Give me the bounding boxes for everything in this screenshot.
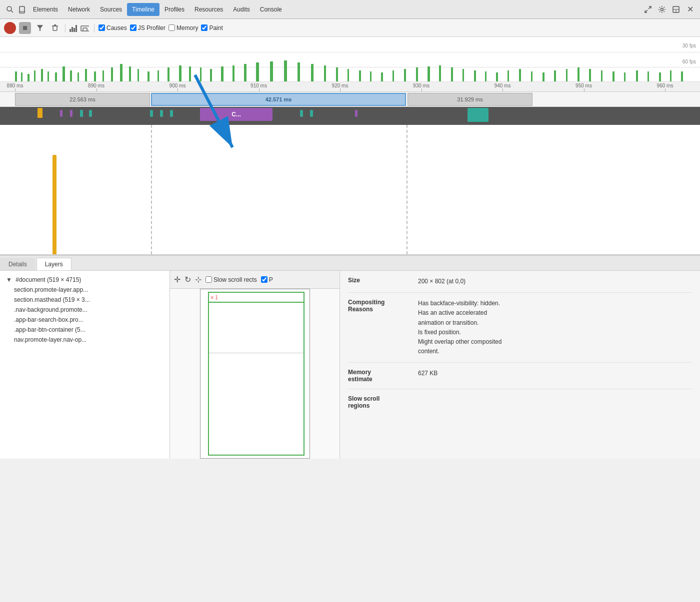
frame-block-1[interactable]: 22.563 ms (15, 93, 150, 106)
frame-block-2[interactable]: 42.571 ms (151, 93, 406, 106)
layer-viz-content[interactable]: ≡ 1 (170, 289, 340, 459)
menu-item-elements[interactable]: Elements (28, 3, 63, 16)
dashed-line-1 (151, 125, 152, 254)
layer-visualization: ✛ ↻ ⊹ Slow scroll rects P ≡ 1 (170, 271, 340, 459)
event-green-6[interactable] (300, 110, 303, 117)
events-area[interactable] (0, 125, 700, 255)
event-green-4[interactable] (160, 110, 163, 117)
menu-item-timeline[interactable]: Timeline (127, 3, 160, 16)
fps-bar (179, 65, 182, 81)
info-panel: Size 200 × 802 (at 0,0) Compositing Reas… (340, 271, 700, 459)
layer-item[interactable]: section.masthead (519 × 3... (0, 295, 170, 305)
fps-bar (34, 70, 36, 81)
fps-bar (462, 69, 464, 81)
fps-bar (28, 74, 30, 81)
pan-icon[interactable]: ✛ (174, 275, 180, 284)
time-mark-3: 910 ms (250, 83, 267, 88)
size-value: 200 × 802 (at 0,0) (418, 277, 692, 286)
fps-bar (85, 69, 87, 81)
layer-item[interactable]: .nav-background.promote... (0, 305, 170, 315)
menu-item-resources[interactable]: Resources (190, 3, 228, 16)
toolbar: Causes JS Profiler Memory Paint (0, 19, 700, 37)
menu-item-audits[interactable]: Audits (228, 3, 254, 16)
event-green-3[interactable] (150, 110, 153, 117)
event-green-1[interactable] (80, 110, 83, 117)
fps-bar (508, 70, 509, 81)
fps-bar (298, 62, 300, 81)
layer-item[interactable]: .app-bar-btn-container (5... (0, 325, 170, 335)
time-mark-0: 880 ms (7, 83, 24, 88)
time-mark-7: 950 ms (576, 83, 592, 88)
fps-bar (200, 67, 202, 81)
dock-icon[interactable] (671, 4, 681, 14)
trash-icon[interactable] (50, 23, 60, 33)
fps-bar (496, 72, 498, 81)
event-c-block[interactable]: C... (200, 108, 272, 121)
time-ruler[interactable]: 880 ms890 ms900 ms910 ms920 ms930 ms940 … (0, 82, 700, 92)
layer-root[interactable]: ▼ #document (519 × 4715) (0, 275, 170, 285)
flame-chart-button[interactable] (80, 24, 90, 32)
menu-item-network[interactable]: Network (63, 3, 95, 16)
fps-bar (392, 70, 394, 81)
tab-details[interactable]: Details (0, 258, 36, 270)
frame-block-3[interactable]: 31.929 ms (408, 93, 532, 106)
move-icon[interactable]: ⊹ (195, 275, 202, 284)
paints-checkbox[interactable]: P (261, 276, 273, 283)
fps-ruler[interactable]: 30 fps 60 fps (0, 37, 700, 82)
fps-bar (210, 69, 212, 81)
time-mark-5: 930 ms (413, 83, 430, 88)
dark-band[interactable]: C... (0, 107, 700, 125)
expand-icon[interactable] (643, 4, 653, 14)
svg-marker-11 (37, 25, 43, 31)
search-icon[interactable] (5, 4, 15, 14)
right-icons: ✕ (642, 4, 696, 14)
layer-item[interactable]: nav.promote-layer.nav-op... (0, 335, 170, 345)
fps-bar (636, 70, 638, 81)
filter-icon[interactable] (35, 23, 45, 33)
fps-bar (311, 64, 314, 81)
causes-checkbox[interactable]: Causes (98, 24, 127, 31)
bar-chart-button[interactable] (70, 24, 77, 32)
bottom-panel: Details Layers ▼ #document (519 × 4715) … (0, 255, 700, 459)
js-profiler-checkbox[interactable]: JS Profiler (130, 24, 166, 31)
fps-bar (270, 61, 273, 81)
event-green-5[interactable] (170, 110, 173, 117)
paint-checkbox[interactable]: Paint (201, 24, 222, 31)
layer-children: section.promote-layer.app...section.mast… (0, 285, 170, 345)
menu-bar: ElementsNetworkSourcesTimelineProfilesRe… (0, 0, 700, 19)
menu-item-console[interactable]: Console (255, 3, 287, 16)
menu-item-sources[interactable]: Sources (95, 3, 127, 16)
event-green-7[interactable] (310, 110, 313, 117)
time-mark-6: 940 ms (494, 83, 511, 88)
frame-blocks-row[interactable]: 22.563 ms 42.571 ms 31.929 ms (0, 92, 700, 107)
memory-checkbox[interactable]: Memory (168, 24, 198, 31)
device-icon[interactable] (17, 4, 27, 14)
menu-item-profiles[interactable]: Profiles (160, 3, 190, 16)
layer-item[interactable]: section.promote-layer.app... (0, 285, 170, 295)
layer-viz-toolbar: ✛ ↻ ⊹ Slow scroll rects P (170, 271, 340, 289)
event-purple-2[interactable] (70, 110, 72, 117)
fps-bar (648, 71, 649, 81)
event-yellow[interactable] (38, 108, 42, 118)
slow-scroll-value (418, 395, 692, 409)
fps-bar (138, 69, 139, 81)
fps-bar (102, 70, 104, 81)
fps-bar (474, 70, 476, 81)
record-button[interactable] (4, 22, 16, 34)
event-green-block[interactable] (468, 108, 488, 122)
gear-icon[interactable] (657, 4, 667, 14)
svg-point-0 (7, 6, 12, 11)
event-purple-1[interactable] (60, 110, 62, 117)
rotate-icon[interactable]: ↻ (184, 275, 191, 284)
fps-bar (681, 71, 683, 81)
slow-scroll-checkbox[interactable]: Slow scroll rects (206, 276, 257, 283)
fps-bar (370, 71, 372, 81)
tab-layers[interactable]: Layers (36, 258, 72, 270)
event-green-2[interactable] (89, 110, 92, 117)
event-purple-3[interactable] (355, 110, 358, 117)
close-icon[interactable]: ✕ (685, 4, 695, 14)
stop-button[interactable] (19, 22, 31, 34)
event-bar-yellow[interactable] (52, 155, 56, 255)
layer-item[interactable]: .app-bar-search-box.pro... (0, 315, 170, 325)
fps-bar (111, 67, 113, 81)
